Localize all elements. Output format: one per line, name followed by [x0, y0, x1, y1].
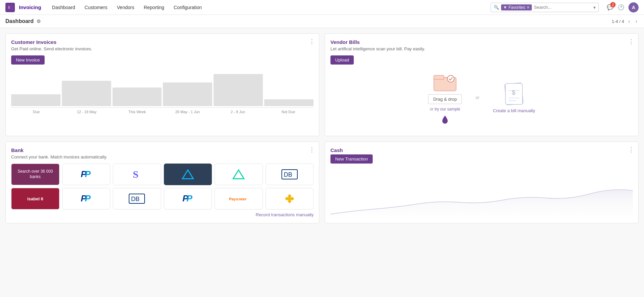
- drag-drop-zone[interactable]: Drag & drop or try our sample: [428, 71, 462, 124]
- bank-payoneer[interactable]: Pay o neer: [215, 188, 263, 209]
- app-logo[interactable]: I: [5, 3, 15, 12]
- top-navigation: I Invoicing Dashboard Customers Vendors …: [0, 0, 644, 15]
- vendor-bills-title: Vendor Bills: [330, 39, 633, 45]
- svg-text:P: P: [85, 169, 91, 179]
- nav-icons: 💬 2 🕐 A: [607, 2, 639, 13]
- svg-text:Pay: Pay: [229, 197, 236, 201]
- bank-subtitle: Connect your bank. Match invoices automa…: [11, 154, 314, 159]
- svg-rect-3: [434, 75, 444, 79]
- create-bill-link[interactable]: Create a bill manually: [493, 108, 535, 113]
- new-transaction-button[interactable]: New Transaction: [330, 154, 373, 164]
- bar-not-due: [264, 99, 314, 106]
- vendor-bills-card: ⋮ Vendor Bills Let artifical intelligenc…: [325, 33, 639, 136]
- label-not-due: Not Due: [263, 110, 314, 114]
- payoneer-logo: Pay o neer: [228, 194, 249, 204]
- bank-paypal-2[interactable]: P P: [62, 188, 110, 209]
- drop-indicator-icon: [442, 116, 448, 124]
- bank-db-1[interactable]: DB: [266, 164, 314, 185]
- filter-close-icon[interactable]: ✕: [526, 5, 530, 10]
- vendor-bills-subtitle: Let artifical intelligence scan your bil…: [330, 46, 633, 51]
- try-sample-link[interactable]: try our sample: [435, 107, 460, 112]
- svg-marker-16: [233, 170, 244, 179]
- page-title-area: Dashboard ⚙: [5, 18, 41, 24]
- nav-dashboard[interactable]: Dashboard: [48, 3, 79, 12]
- paypal-logo-2: P P: [79, 192, 93, 205]
- bank-stripe[interactable]: S: [113, 164, 161, 185]
- bar-12-18-may: [62, 81, 111, 106]
- bank-wise-1[interactable]: [164, 164, 212, 185]
- vendor-bills-menu-icon[interactable]: ⋮: [628, 38, 634, 45]
- db-logo-1: DB: [281, 168, 298, 181]
- folder-icon: [433, 71, 457, 92]
- label-this-week: This Week: [112, 110, 162, 114]
- svg-text:o: o: [236, 197, 238, 201]
- bank-title: Bank: [11, 147, 314, 153]
- svg-text:$: $: [512, 89, 515, 96]
- search-input[interactable]: [534, 5, 591, 10]
- main-grid: ⋮ Customer Invoices Get Paid online. Sen…: [0, 28, 644, 229]
- paypal-logo-1: P P: [79, 168, 93, 181]
- bar-due: [11, 94, 60, 106]
- svg-point-4: [447, 75, 454, 82]
- bank-search-text: Search over 36 000 banks: [14, 169, 56, 179]
- avatar[interactable]: A: [628, 2, 639, 13]
- clock-icon-btn[interactable]: 🕐: [618, 4, 624, 10]
- cash-chart: [330, 170, 633, 218]
- svg-text:P: P: [85, 193, 91, 203]
- app-name: Invoicing: [19, 4, 41, 10]
- label-26-may-1-jun: 26 May - 1 Jun: [163, 110, 213, 114]
- wise-logo-dark: [181, 169, 195, 179]
- bank-binance[interactable]: [266, 188, 314, 209]
- chat-icon-btn[interactable]: 💬 2: [607, 4, 614, 10]
- label-due: Due: [11, 110, 61, 114]
- nav-reporting[interactable]: Reporting: [140, 3, 168, 12]
- svg-text:DB: DB: [284, 171, 292, 178]
- paypal-logo-alt: P P: [181, 192, 195, 205]
- bank-search-item[interactable]: Search over 36 000 banks: [11, 164, 59, 185]
- nav-vendors[interactable]: Vendors: [113, 3, 138, 12]
- binance-logo: [283, 192, 296, 205]
- nav-customers[interactable]: Customers: [80, 3, 112, 12]
- filter-label: Favorites: [509, 5, 525, 10]
- bank-paypal-alt[interactable]: P P: [164, 188, 212, 209]
- create-bill-zone[interactable]: $ Create a bill manually: [493, 82, 535, 113]
- filter-tag[interactable]: ▼ Favorites ✕: [501, 4, 532, 10]
- bank-isabel[interactable]: isabel 6: [11, 188, 59, 209]
- invoice-chart: [11, 67, 314, 108]
- search-dropdown-icon[interactable]: ▾: [593, 5, 596, 10]
- bank-wise-2[interactable]: [215, 164, 263, 185]
- next-page-button[interactable]: ›: [634, 18, 639, 25]
- bank-paypal-1[interactable]: P P: [62, 164, 110, 185]
- bank-menu-icon[interactable]: ⋮: [309, 146, 315, 153]
- cash-card: ⋮ Cash New Transaction: [325, 142, 639, 223]
- bar-2-8-jun: [214, 74, 263, 106]
- bank-logos-grid: Search over 36 000 banks P P S: [11, 164, 314, 209]
- upload-button[interactable]: Upload: [330, 55, 354, 65]
- svg-text:I: I: [8, 5, 9, 9]
- pagination: 1-4 / 4 ‹ ›: [612, 18, 639, 25]
- filter-icon: ▼: [503, 5, 507, 10]
- nav-configuration[interactable]: Configuration: [170, 3, 206, 12]
- prev-page-button[interactable]: ‹: [627, 18, 631, 25]
- customer-invoices-title: Customer Invoices: [11, 39, 314, 45]
- svg-marker-15: [182, 170, 193, 179]
- svg-text:P: P: [187, 193, 193, 203]
- try-sample-text: or try our sample: [430, 107, 460, 112]
- svg-text:S: S: [133, 169, 139, 180]
- sub-header: Dashboard ⚙ 1-4 / 4 ‹ ›: [0, 15, 644, 28]
- bank-db-2[interactable]: DB: [113, 188, 161, 209]
- search-bar: 🔍 ▼ Favorites ✕ ▾: [491, 3, 599, 12]
- db-logo-2: DB: [128, 192, 145, 205]
- bill-document-icon: $: [504, 82, 524, 105]
- customer-invoices-menu-icon[interactable]: ⋮: [309, 38, 315, 45]
- upload-area: Drag & drop or try our sample or $: [330, 65, 633, 130]
- new-invoice-button[interactable]: New Invoice: [11, 55, 45, 65]
- label-2-8-jun: 2 - 8 Jun: [213, 110, 263, 114]
- svg-text:neer: neer: [239, 197, 247, 201]
- chart-labels: Due 12 - 18 May This Week 26 May - 1 Jun…: [11, 110, 314, 114]
- cash-menu-icon[interactable]: ⋮: [628, 146, 634, 153]
- record-transactions-link[interactable]: Record transactions manually: [11, 212, 314, 217]
- settings-gear-icon[interactable]: ⚙: [36, 19, 41, 24]
- bar-26-may-1-jun: [163, 82, 212, 106]
- pagination-text: 1-4 / 4: [612, 19, 624, 24]
